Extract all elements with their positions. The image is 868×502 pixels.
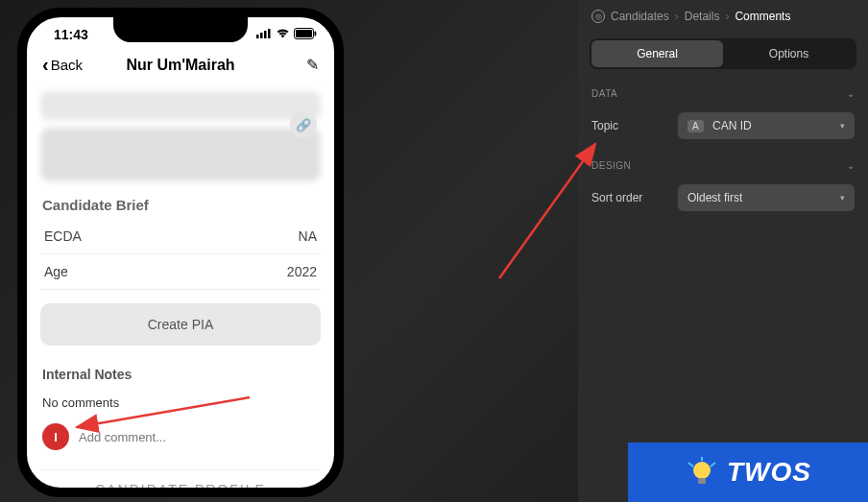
chevron-left-icon: ‹ bbox=[42, 54, 49, 76]
crop-mark bbox=[334, 176, 344, 187]
page-title: Nur Um'Mairah bbox=[126, 57, 234, 74]
section-label: DESIGN bbox=[591, 160, 631, 171]
section-header-design[interactable]: DESIGN ⌄ bbox=[578, 153, 868, 179]
battery-icon bbox=[294, 28, 317, 42]
brief-label: ECDA bbox=[44, 228, 82, 244]
chevron-down-icon: ⌄ bbox=[847, 88, 856, 99]
section-brief-title: Candidate Brief bbox=[40, 189, 321, 219]
candidate-profile-button[interactable]: CANDIDATE PROFILE bbox=[40, 469, 321, 497]
dropdown-value: CAN ID bbox=[712, 119, 752, 132]
type-badge: A bbox=[687, 120, 704, 132]
dropdown-value: Oldest first bbox=[687, 191, 742, 204]
nav-bar: ‹ Back Nur Um'Mairah ✎ bbox=[27, 42, 334, 84]
watermark: TWOS bbox=[628, 442, 868, 502]
notch bbox=[113, 15, 248, 42]
back-label: Back bbox=[51, 57, 83, 73]
internal-notes-title: Internal Notes bbox=[40, 359, 321, 388]
create-pia-button[interactable]: Create PIA bbox=[40, 303, 321, 346]
crop-mark bbox=[334, 88, 344, 100]
status-icons bbox=[256, 28, 317, 42]
svg-rect-9 bbox=[698, 478, 706, 484]
status-time: 11:43 bbox=[54, 27, 88, 42]
back-button[interactable]: ‹ Back bbox=[42, 54, 83, 76]
svg-rect-1 bbox=[260, 33, 263, 38]
brief-label: Age bbox=[44, 264, 68, 279]
svg-line-10 bbox=[688, 463, 693, 466]
chevron-down-icon: ⌄ bbox=[847, 160, 856, 171]
content-area: 🔗 Candidate Brief ECDA NA Age 2022 Creat… bbox=[27, 91, 334, 497]
no-comments-text: No comments bbox=[40, 388, 321, 421]
chevron-right-icon: › bbox=[675, 10, 679, 23]
config-panel: ◎ Candidates › Details › Comments Genera… bbox=[578, 0, 868, 502]
brief-row: Age 2022 bbox=[40, 254, 321, 290]
chevron-down-icon: ▾ bbox=[840, 193, 845, 203]
field-topic: Topic A CAN ID ▾ bbox=[578, 107, 868, 153]
add-comment-placeholder: Add comment... bbox=[79, 430, 166, 444]
svg-rect-5 bbox=[296, 30, 312, 37]
breadcrumb: ◎ Candidates › Details › Comments bbox=[578, 0, 868, 33]
redacted-row bbox=[40, 91, 321, 120]
lightbulb-icon bbox=[685, 455, 719, 490]
tab-general[interactable]: General bbox=[591, 40, 723, 67]
field-label-topic: Topic bbox=[591, 119, 666, 132]
svg-point-8 bbox=[693, 462, 711, 479]
watermark-text: TWOS bbox=[727, 457, 811, 488]
dropdown-sort-order[interactable]: Oldest first ▾ bbox=[678, 184, 855, 211]
field-label-sort: Sort order bbox=[591, 191, 666, 204]
svg-rect-0 bbox=[256, 35, 259, 38]
svg-line-11 bbox=[711, 463, 715, 466]
breadcrumb-root[interactable]: Candidates bbox=[611, 10, 669, 23]
brief-value: NA bbox=[299, 228, 317, 244]
redacted-card bbox=[40, 128, 321, 181]
svg-rect-6 bbox=[315, 31, 317, 36]
add-comment-row[interactable]: I Add comment... bbox=[40, 421, 321, 464]
edit-icon[interactable]: ✎ bbox=[306, 56, 319, 74]
candidates-icon: ◎ bbox=[591, 10, 605, 23]
crop-mark bbox=[17, 88, 27, 100]
crop-mark bbox=[17, 176, 27, 187]
cellular-icon bbox=[256, 28, 272, 41]
svg-rect-3 bbox=[268, 29, 271, 38]
breadcrumb-leaf[interactable]: Comments bbox=[735, 10, 790, 23]
dropdown-topic[interactable]: A CAN ID ▾ bbox=[678, 112, 855, 139]
field-sort-order: Sort order Oldest first ▾ bbox=[578, 179, 868, 225]
brief-row: ECDA NA bbox=[40, 219, 321, 254]
segmented-control: General Options bbox=[590, 38, 856, 69]
avatar: I bbox=[42, 423, 69, 450]
chevron-right-icon: › bbox=[725, 10, 729, 23]
brief-value: 2022 bbox=[287, 264, 317, 279]
breadcrumb-mid[interactable]: Details bbox=[685, 10, 720, 23]
phone-mockup: 11:43 ‹ Back Nur Um'Mairah ✎ 🔗 Candidate… bbox=[17, 8, 344, 497]
chevron-down-icon: ▾ bbox=[840, 121, 845, 131]
section-label: DATA bbox=[591, 88, 617, 99]
tab-options[interactable]: Options bbox=[723, 40, 855, 67]
section-header-data[interactable]: DATA ⌄ bbox=[578, 81, 868, 107]
svg-rect-2 bbox=[264, 31, 267, 38]
link-icon[interactable]: 🔗 bbox=[290, 111, 317, 138]
wifi-icon bbox=[276, 28, 290, 41]
